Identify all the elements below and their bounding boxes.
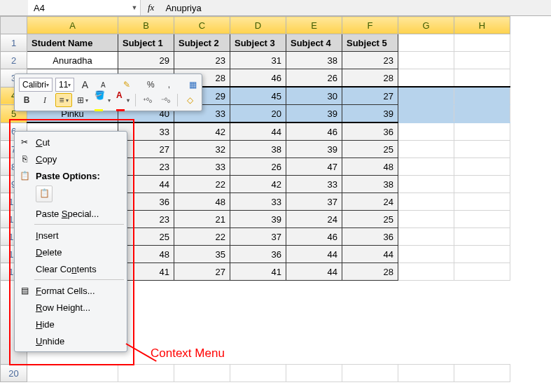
cell[interactable]: [454, 105, 510, 123]
cell[interactable]: [454, 246, 510, 263]
cell[interactable]: [342, 365, 398, 382]
menu-clear-contents[interactable]: Clear Contents: [15, 260, 127, 277]
cell[interactable]: [398, 69, 454, 88]
col-header-C[interactable]: C: [174, 17, 230, 34]
cell[interactable]: [398, 141, 454, 158]
cell[interactable]: [454, 52, 510, 69]
col-header-D[interactable]: D: [230, 17, 286, 34]
menu-delete[interactable]: Delete: [15, 244, 127, 260]
cell[interactable]: [398, 246, 454, 263]
cell-value[interactable]: 33: [230, 193, 286, 211]
cell[interactable]: [398, 34, 454, 52]
cell[interactable]: [398, 211, 454, 228]
cell[interactable]: [398, 193, 454, 211]
cell-value[interactable]: 24: [342, 193, 398, 211]
shrink-font-button[interactable]: A: [95, 78, 111, 91]
cell-value[interactable]: 33: [286, 176, 342, 193]
cell-value[interactable]: 31: [230, 52, 286, 69]
cell[interactable]: [230, 365, 286, 382]
cell-value[interactable]: 37: [230, 228, 286, 246]
font-size-box[interactable]: 11▾: [55, 78, 74, 92]
font-name-box[interactable]: Calibri▾: [19, 78, 53, 92]
cell[interactable]: [398, 263, 454, 281]
cell-value[interactable]: 36: [342, 228, 398, 246]
cell-value[interactable]: 48: [342, 158, 398, 176]
menu-row-height[interactable]: Row Height...: [15, 299, 127, 316]
decrease-decimal-button[interactable]: ⁻⁰₀: [158, 94, 173, 106]
cell-value[interactable]: 28: [342, 69, 398, 88]
bold-button[interactable]: B: [19, 94, 34, 106]
cell-value[interactable]: 44: [286, 263, 342, 281]
fx-icon[interactable]: fx: [148, 2, 154, 13]
cell[interactable]: [454, 158, 510, 176]
cell-value[interactable]: 42: [230, 176, 286, 193]
increase-decimal-button[interactable]: ⁺⁰₀: [139, 94, 155, 106]
menu-copy[interactable]: ⎘Copy: [15, 150, 127, 167]
cell[interactable]: [174, 365, 230, 382]
cell-value[interactable]: 39: [286, 105, 342, 123]
font-color-button[interactable]: A: [115, 94, 131, 106]
cell[interactable]: [454, 263, 510, 281]
cell-value[interactable]: 37: [286, 193, 342, 211]
cell-value[interactable]: 23: [174, 52, 230, 69]
cell-value[interactable]: 20: [230, 105, 286, 123]
cell-value[interactable]: 45: [230, 87, 286, 105]
select-all-corner[interactable]: [1, 17, 27, 34]
align-center-button[interactable]: ≡: [55, 93, 72, 107]
col-header-E[interactable]: E: [286, 17, 342, 34]
cell-value[interactable]: 22: [174, 176, 230, 193]
table-header[interactable]: Student Name: [27, 34, 118, 52]
paste-option-default[interactable]: 📋: [36, 186, 53, 202]
cell-value[interactable]: 46: [286, 122, 342, 141]
cell-value[interactable]: 30: [286, 87, 342, 105]
cell[interactable]: [454, 228, 510, 246]
cell-value[interactable]: 48: [174, 193, 230, 211]
cell-value[interactable]: 33: [174, 158, 230, 176]
borders-button[interactable]: ⊞: [75, 94, 90, 106]
cell[interactable]: [398, 365, 454, 382]
cell[interactable]: [398, 52, 454, 69]
percent-button[interactable]: %: [143, 78, 158, 91]
cell[interactable]: [286, 365, 342, 382]
col-header-B[interactable]: B: [118, 17, 174, 34]
comma-button[interactable]: ,: [161, 78, 176, 91]
cell[interactable]: [454, 193, 510, 211]
cell-value[interactable]: 36: [342, 122, 398, 141]
cell-value[interactable]: 38: [230, 141, 286, 158]
cell-name[interactable]: Anuradha: [27, 52, 118, 69]
grow-font-button[interactable]: A: [77, 78, 92, 91]
cell-value[interactable]: 44: [230, 122, 286, 141]
name-box[interactable]: A4 ▼: [28, 0, 141, 15]
cell-value[interactable]: 47: [286, 158, 342, 176]
cell-value[interactable]: 25: [342, 211, 398, 228]
cell[interactable]: [454, 122, 510, 141]
cell-value[interactable]: 32: [174, 141, 230, 158]
cell[interactable]: [398, 122, 454, 141]
menu-format-cells[interactable]: ▤Format Cells...: [15, 282, 127, 299]
cell[interactable]: [398, 228, 454, 246]
cell[interactable]: [454, 365, 510, 382]
cell-value[interactable]: 44: [342, 246, 398, 263]
cell-value[interactable]: 39: [230, 211, 286, 228]
menu-unhide[interactable]: Unhide: [15, 332, 127, 349]
cell[interactable]: [454, 141, 510, 158]
cell-value[interactable]: 38: [342, 176, 398, 193]
cell-value[interactable]: 28: [342, 263, 398, 281]
cell-value[interactable]: 35: [174, 246, 230, 263]
cell-value[interactable]: 29: [118, 52, 174, 69]
menu-hide[interactable]: Hide: [15, 316, 127, 332]
row-header-1[interactable]: 1: [1, 34, 27, 52]
menu-insert[interactable]: Insert: [15, 227, 127, 244]
cell[interactable]: [398, 87, 454, 105]
name-box-dropdown-icon[interactable]: ▼: [129, 4, 140, 11]
cell[interactable]: [454, 87, 510, 105]
table-header[interactable]: Subject 5: [342, 34, 398, 52]
cell-value[interactable]: 27: [174, 263, 230, 281]
formula-value[interactable]: Anupriya: [161, 3, 551, 13]
format-table-button[interactable]: ▦: [185, 78, 200, 91]
clear-format-button[interactable]: ◇: [182, 94, 197, 106]
cell[interactable]: [398, 105, 454, 123]
cell[interactable]: [398, 176, 454, 193]
italic-button[interactable]: I: [37, 94, 53, 106]
cell-value[interactable]: 46: [230, 69, 286, 88]
